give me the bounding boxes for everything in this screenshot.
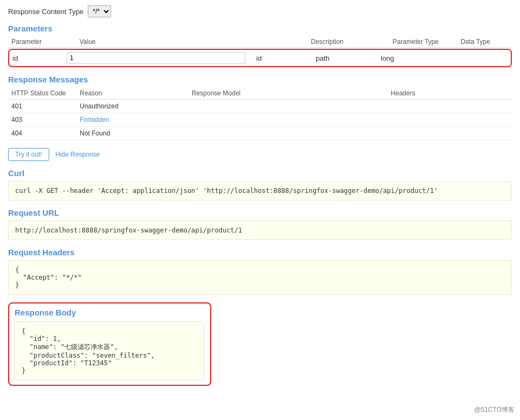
content-type-label: Response Content Type — [8, 8, 83, 16]
headers-404 — [387, 127, 512, 140]
col-header-data-type: Data Type — [457, 36, 512, 48]
param-id-value-cell[interactable] — [67, 52, 245, 64]
request-url-heading: Request URL — [8, 208, 512, 217]
parameters-heading: Parameters — [8, 24, 512, 33]
table-row: 401 Unauthorized — [8, 100, 512, 113]
curl-heading: Curl — [8, 169, 512, 178]
status-403: 403 — [8, 113, 76, 127]
model-403 — [188, 113, 387, 127]
request-headers-content: { "Accept": "*/*" } — [8, 260, 512, 295]
col-header-description: Description — [308, 36, 389, 48]
col-header-reason: Reason — [76, 87, 188, 100]
col-header-headers: Headers — [387, 87, 512, 100]
param-id-param-type: path — [316, 54, 381, 62]
hide-response-link[interactable]: Hide Response — [55, 151, 100, 158]
param-id-data-type: long — [381, 54, 508, 62]
response-body-section: Response Body { "id": 1, "name": "七级滤芯净水… — [8, 302, 512, 386]
response-body-content: { "id": 1, "name": "七级滤芯净水器", "productCl… — [15, 321, 204, 380]
table-row: 403 Forbidden — [8, 113, 512, 127]
request-url-section: Request URL http://localhost:8888/spring… — [8, 208, 512, 240]
col-header-response-model: Response Model — [188, 87, 387, 100]
watermark: @51CTO博客 — [474, 405, 515, 415]
content-type-select[interactable]: */* — [88, 5, 111, 17]
col-header-value: Value — [76, 36, 308, 48]
request-headers-section: Request Headers { "Accept": "*/*" } — [8, 248, 512, 295]
request-headers-heading: Request Headers — [8, 248, 512, 257]
col-header-param-type: Parameter Type — [389, 36, 458, 48]
reason-404: Not Found — [76, 127, 188, 140]
response-messages-section: Response Messages HTTP Status Code Reaso… — [8, 75, 512, 140]
parameters-table: Parameter Value Description Parameter Ty… — [8, 36, 512, 48]
action-buttons-row: Try it out! Hide Response — [8, 148, 512, 161]
headers-401 — [387, 100, 512, 113]
col-header-http-status: HTTP Status Code — [8, 87, 76, 100]
table-row: 404 Not Found — [8, 127, 512, 140]
headers-403 — [387, 113, 512, 127]
curl-content: curl -X GET --header 'Accept: applicatio… — [8, 181, 512, 201]
try-it-out-button[interactable]: Try it out! — [8, 148, 49, 161]
status-401: 401 — [8, 100, 76, 113]
model-404 — [188, 127, 387, 140]
response-body-box: Response Body { "id": 1, "name": "七级滤芯净水… — [8, 302, 211, 386]
response-body-heading: Response Body — [15, 308, 205, 317]
reason-403: Forbidden — [76, 113, 188, 127]
col-header-parameter: Parameter — [8, 36, 76, 48]
request-url-content: http://localhost:8888/springfox-swagger-… — [8, 221, 512, 240]
parameter-row-outlined: id id path long — [8, 49, 512, 67]
parameters-section: Parameters Parameter Value Description P… — [8, 24, 512, 67]
reason-401: Unauthorized — [76, 100, 188, 113]
param-id-input[interactable] — [67, 52, 245, 64]
response-messages-heading: Response Messages — [8, 75, 512, 84]
curl-section: Curl curl -X GET --header 'Accept: appli… — [8, 169, 512, 201]
param-id-description: id — [245, 54, 316, 62]
status-404: 404 — [8, 127, 76, 140]
response-messages-table: HTTP Status Code Reason Response Model H… — [8, 87, 512, 140]
param-id-name: id — [12, 54, 67, 62]
model-401 — [188, 100, 387, 113]
